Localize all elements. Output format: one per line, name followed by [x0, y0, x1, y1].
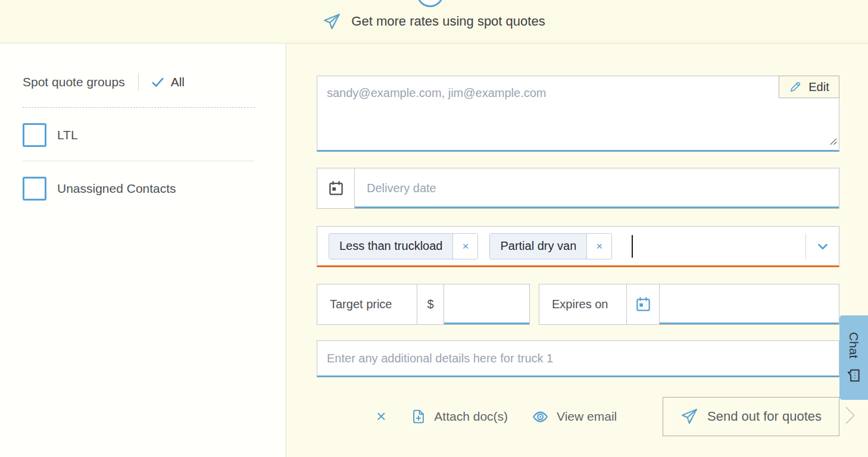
eye-icon — [532, 408, 549, 425]
delivery-date-input-cell — [355, 168, 839, 208]
view-email-label: View email — [557, 409, 617, 424]
expires-on-field: Expires on — [539, 284, 839, 325]
check-icon — [150, 74, 166, 90]
chat-tab[interactable]: Chat — [839, 315, 868, 400]
delivery-date-input[interactable] — [355, 181, 839, 195]
attach-doc-icon — [411, 409, 426, 424]
vertical-divider — [138, 73, 139, 91]
expires-on-calendar-button[interactable] — [627, 284, 660, 324]
attach-docs-button[interactable]: Attach doc(s) — [411, 409, 508, 424]
step-badge — [417, 0, 444, 7]
ltl-checkbox[interactable] — [23, 123, 46, 147]
send-button-label: Send out for quotes — [707, 409, 822, 424]
spot-quote-groups-sidebar: Spot quote groups All LTL Unassigned Con… — [0, 43, 286, 457]
select-all-label: All — [171, 75, 185, 89]
currency-symbol: $ — [417, 284, 444, 324]
body: Spot quote groups All LTL Unassigned Con… — [0, 43, 868, 457]
target-price-label: Target price — [317, 284, 417, 324]
edit-button-label: Edit — [808, 80, 829, 94]
resize-handle-icon[interactable] — [829, 137, 837, 148]
expires-on-label: Expires on — [539, 284, 627, 324]
target-price-field: Target price $ — [317, 284, 530, 325]
chat-bubble-icon — [846, 368, 861, 383]
send-out-for-quotes-button[interactable]: Send out for quotes — [663, 397, 839, 436]
send-plane-icon — [323, 12, 341, 31]
text-cursor — [632, 235, 633, 258]
page-title: Get more rates using spot quotes — [351, 14, 545, 29]
recipients-field-wrap: Edit — [317, 76, 839, 152]
expires-on-input-cell — [660, 284, 839, 324]
expires-on-input[interactable] — [660, 298, 839, 311]
multiselect-right-controls — [805, 227, 839, 265]
remove-chip-icon[interactable]: × — [452, 234, 477, 259]
group-label: LTL — [57, 128, 78, 142]
remove-chip-icon[interactable]: × — [586, 234, 611, 259]
attach-docs-label: Attach doc(s) — [434, 409, 508, 424]
group-item-unassigned-contacts[interactable]: Unassigned Contacts — [23, 161, 255, 214]
chat-tab-label: Chat — [847, 332, 861, 358]
calendar-icon — [328, 180, 344, 196]
sidebar-header: Spot quote groups All — [23, 73, 255, 108]
equipment-chip: Less than truckload × — [329, 233, 478, 259]
view-email-button[interactable]: View email — [532, 408, 617, 425]
select-all-toggle[interactable]: All — [150, 74, 185, 90]
remove-truck-button[interactable]: × — [376, 408, 386, 425]
sidebar-title: Spot quote groups — [23, 75, 125, 89]
target-price-input-cell — [444, 284, 529, 324]
unassigned-contacts-checkbox[interactable] — [23, 177, 46, 201]
chevron-down-icon[interactable] — [806, 227, 839, 265]
spot-quote-form: Edit — [286, 43, 868, 457]
calendar-icon — [635, 296, 651, 312]
form-actions: × Attach doc(s) — [317, 397, 839, 436]
delivery-date-calendar-button[interactable] — [317, 168, 355, 208]
page-header: Get more rates using spot quotes — [0, 0, 868, 43]
price-expiry-row: Target price $ Expires on — [317, 284, 839, 325]
target-price-input[interactable] — [444, 298, 529, 311]
recipients-input[interactable] — [317, 76, 839, 152]
chip-label: Less than truckload — [329, 234, 452, 259]
additional-details-input[interactable] — [317, 340, 839, 377]
send-plane-icon — [680, 408, 698, 425]
delivery-date-field — [317, 168, 839, 209]
equipment-chip: Partial dry van × — [489, 233, 612, 259]
chip-label: Partial dry van — [490, 234, 586, 259]
edit-recipients-button[interactable]: Edit — [779, 76, 839, 98]
equipment-type-multiselect[interactable]: Less than truckload × Partial dry van × — [317, 226, 839, 267]
next-chevron-icon[interactable] — [843, 405, 857, 428]
group-item-ltl[interactable]: LTL — [23, 108, 255, 161]
additional-details-field — [317, 340, 839, 377]
pencil-icon — [789, 80, 802, 93]
group-label: Unassigned Contacts — [57, 181, 176, 196]
